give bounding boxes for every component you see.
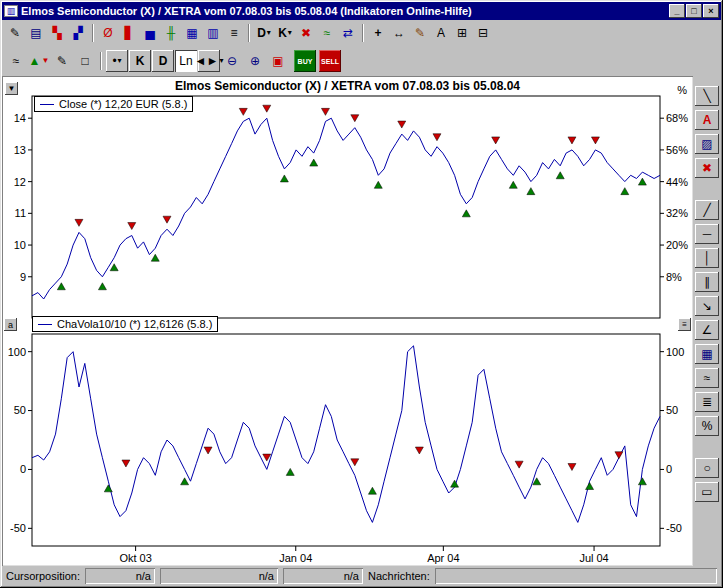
daily-period-button[interactable]: D▾ bbox=[254, 23, 274, 43]
delete-drawing-tool-glyph: ✖ bbox=[702, 162, 712, 174]
compare-icon[interactable]: ⇄ bbox=[338, 23, 358, 43]
fibonacci-tool[interactable]: ≣ bbox=[695, 392, 719, 412]
svg-text:Apr 04: Apr 04 bbox=[427, 552, 459, 564]
minimize-button[interactable]: _ bbox=[669, 4, 685, 18]
trend-arrow-tool[interactable]: ↘ bbox=[695, 296, 719, 316]
crosshair-icon[interactable]: + bbox=[368, 23, 388, 43]
delete-drawing-tool[interactable]: ✖ bbox=[695, 158, 719, 178]
cursor-position-label: Cursorposition: bbox=[6, 570, 80, 582]
ellipse-tool[interactable]: ○ bbox=[695, 458, 719, 478]
trend-line-tool[interactable]: ╲ bbox=[695, 86, 719, 106]
indicator-legend[interactable]: ChaVola10/10 (*) 12,6126 (5.8.) bbox=[32, 316, 218, 332]
svg-text:Jan 04: Jan 04 bbox=[279, 552, 312, 564]
scroll-mode-dropdown[interactable]: ◄►▾ bbox=[198, 50, 220, 72]
ray-tool[interactable]: ╱ bbox=[695, 200, 719, 220]
tile-windows-icon-glyph: ▚ bbox=[52, 27, 61, 39]
draw-signal-icon[interactable]: ✎ bbox=[51, 50, 73, 72]
cursor-value-cell: n/a bbox=[85, 568, 155, 584]
chart-edit-icon[interactable]: ✎ bbox=[5, 23, 25, 43]
signals-icon-glyph: ▲ bbox=[29, 55, 41, 67]
k-button-glyph: K bbox=[136, 55, 145, 67]
zoom-in-button-glyph: ⊕ bbox=[250, 55, 260, 67]
tile-windows-icon[interactable]: ▚ bbox=[47, 23, 67, 43]
app-window: ▥ Elmos Semiconductor (X) / XETRA vom 07… bbox=[0, 0, 723, 588]
buy-button[interactable]: BUY bbox=[294, 50, 316, 72]
pattern-tool[interactable]: ▨ bbox=[695, 134, 719, 154]
copy-chart-icon[interactable]: ▤ bbox=[26, 23, 46, 43]
signals-icon[interactable]: ▲▼ bbox=[28, 50, 50, 72]
svg-text:56%: 56% bbox=[666, 144, 688, 156]
horizontal-line-tool[interactable]: ─ bbox=[695, 224, 719, 244]
delete-indicator-icon-glyph: ✖ bbox=[301, 27, 311, 39]
toolbar-separator bbox=[92, 24, 94, 42]
split-layout-icon[interactable]: ⊞ bbox=[452, 23, 472, 43]
close-button[interactable]: × bbox=[703, 4, 719, 18]
candle-period-button[interactable]: K▾ bbox=[275, 23, 295, 43]
vertical-line-tool[interactable]: │ bbox=[695, 248, 719, 268]
pane-collapse-button[interactable]: ▼ bbox=[5, 82, 18, 95]
parallel-channel-tool[interactable]: ∥ bbox=[695, 272, 719, 292]
scroll-mode-dropdown-glyph: ◄► bbox=[195, 55, 219, 67]
text-tool[interactable]: A bbox=[695, 110, 719, 130]
zoom-in-button[interactable]: ⊕ bbox=[244, 50, 266, 72]
bar-chart-icon-glyph: ▋ bbox=[124, 27, 133, 39]
print-icon[interactable]: ≡ bbox=[224, 23, 244, 43]
chart-edit-icon-glyph: ✎ bbox=[10, 27, 20, 39]
pane-a-button[interactable]: a bbox=[4, 318, 17, 331]
histogram-icon[interactable]: ▅ bbox=[140, 23, 160, 43]
cascade-chart-icon[interactable]: ▞ bbox=[68, 23, 88, 43]
zigzag-icon[interactable]: ≈ bbox=[5, 50, 27, 72]
candle-period-button-glyph: K bbox=[278, 27, 287, 39]
line-style-dropdown[interactable]: •▾ bbox=[106, 50, 128, 72]
indicator-curve-icon[interactable]: ≈ bbox=[317, 23, 337, 43]
svg-text:0: 0 bbox=[666, 463, 672, 475]
buy-button-glyph: BUY bbox=[298, 58, 313, 65]
zoom-out-button[interactable]: ⊖ bbox=[221, 50, 243, 72]
svg-text:44%: 44% bbox=[666, 176, 688, 188]
cascade-chart-icon-glyph: ▞ bbox=[73, 27, 82, 39]
zigzag-tool[interactable]: ≈ bbox=[695, 368, 719, 388]
svg-text:Jul 04: Jul 04 bbox=[579, 552, 608, 564]
d-button[interactable]: D bbox=[152, 50, 174, 72]
split-layout-icon-glyph: ⊞ bbox=[457, 27, 467, 39]
titlebar[interactable]: ▥ Elmos Semiconductor (X) / XETRA vom 07… bbox=[2, 2, 721, 20]
ellipse-tool-glyph: ○ bbox=[703, 462, 710, 474]
bar-chart-icon[interactable]: ▋ bbox=[119, 23, 139, 43]
svg-text:10: 10 bbox=[14, 239, 26, 251]
chart-table-icon[interactable]: ▥ bbox=[203, 23, 223, 43]
window-title: Elmos Semiconductor (X) / XETRA vom 07.0… bbox=[21, 5, 665, 17]
copy-chart-icon-glyph: ▤ bbox=[30, 27, 41, 39]
delete-indicator-icon[interactable]: ✖ bbox=[296, 23, 316, 43]
svg-text:68%: 68% bbox=[666, 112, 688, 124]
rectangle-tool-glyph: ▭ bbox=[701, 486, 712, 498]
text-note-icon[interactable]: A bbox=[431, 23, 451, 43]
svg-text:20%: 20% bbox=[666, 239, 688, 251]
price-legend[interactable]: Close (*) 12,20 EUR (5.8.) bbox=[34, 96, 193, 112]
draw-pencil-icon[interactable]: ✎ bbox=[410, 23, 430, 43]
rectangle-tool[interactable]: ▭ bbox=[695, 482, 719, 502]
percent-lines-tool[interactable]: % bbox=[695, 416, 719, 436]
indicator-legend-text: ChaVola10/10 (*) 12,6126 (5.8.) bbox=[57, 318, 212, 330]
toolbar-row-2: ≈▲▼✎□•▾KDLn◄►▾⊖⊕▣BUYSELL bbox=[2, 46, 721, 76]
quote-table-icon[interactable]: ▦ bbox=[182, 23, 202, 43]
angle-tool[interactable]: ∠ bbox=[695, 320, 719, 340]
grid-tool[interactable]: ▦ bbox=[695, 344, 719, 364]
crosshair-icon-glyph: + bbox=[374, 27, 381, 39]
pane-settings-button[interactable]: ≡ bbox=[678, 318, 691, 331]
zoom-select-button[interactable]: ▣ bbox=[267, 50, 289, 72]
chart-window-icon[interactable]: □ bbox=[74, 50, 96, 72]
k-button[interactable]: K bbox=[129, 50, 151, 72]
main-region: Elmos Semiconductor (X) / XETRA vom 07.0… bbox=[2, 76, 721, 566]
sell-button[interactable]: SELL bbox=[319, 50, 341, 72]
svg-text:100: 100 bbox=[666, 346, 684, 358]
candle-chart-icon[interactable]: ╫ bbox=[161, 23, 181, 43]
maximize-button[interactable]: □ bbox=[686, 4, 702, 18]
draw-signal-icon-glyph: ✎ bbox=[57, 55, 67, 67]
fit-horizontal-icon[interactable]: ↔ bbox=[389, 23, 409, 43]
candle-period-button-secondary-glyph: ▾ bbox=[288, 29, 292, 37]
no-entry-icon[interactable]: Ø bbox=[98, 23, 118, 43]
chart-window-icon-glyph: □ bbox=[81, 55, 88, 67]
histogram-icon-glyph: ▅ bbox=[145, 27, 154, 39]
full-layout-icon[interactable]: ⊟ bbox=[473, 23, 493, 43]
angle-tool-glyph: ∠ bbox=[702, 324, 713, 336]
